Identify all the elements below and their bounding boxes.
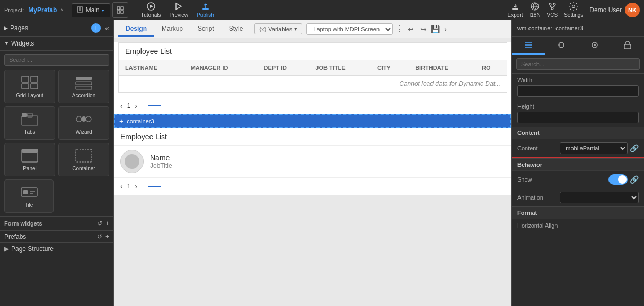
- tutorials-button[interactable]: Tutorials: [141, 2, 161, 18]
- content-section-header: Content: [512, 127, 644, 139]
- pages-arrow-icon: ▶: [4, 25, 8, 31]
- canvas-wrapper[interactable]: Employee List LASTNAME MANAGER ID DEPT I…: [114, 38, 511, 306]
- grid-view-btn[interactable]: [112, 2, 128, 18]
- avatar-inner: [125, 154, 139, 169]
- content-link-icon[interactable]: 🔗: [630, 144, 639, 152]
- main-layout: ▶ Pages + « ▼ Widgets: [0, 20, 644, 306]
- show-toggle[interactable]: [608, 174, 628, 185]
- height-input[interactable]: [517, 112, 639, 123]
- tabs-icon: [20, 111, 39, 127]
- show-toggle-wrapper: 🔗: [608, 174, 639, 185]
- show-link-icon[interactable]: 🔗: [630, 175, 639, 184]
- pagination-bottom: ‹ 1 ›: [114, 177, 511, 195]
- add-form-widget-icon[interactable]: +: [105, 220, 109, 227]
- user-avatar: NK: [625, 3, 640, 17]
- add-prefab-icon[interactable]: +: [105, 233, 109, 240]
- employee-name: Name: [150, 154, 172, 162]
- svg-point-30: [86, 116, 91, 122]
- col-deptid: DEPT ID: [257, 60, 309, 76]
- i18n-button[interactable]: I18N: [529, 2, 540, 18]
- animation-select[interactable]: [560, 192, 639, 203]
- left-sidebar: ▶ Pages + « ▼ Widgets: [0, 20, 114, 306]
- user-area[interactable]: Demo User NK: [589, 3, 640, 17]
- main-tab[interactable]: Main ●: [72, 3, 110, 17]
- svg-rect-0: [78, 6, 82, 13]
- svg-point-17: [572, 5, 575, 8]
- security-tab-button[interactable]: [611, 37, 644, 55]
- widget-wizard[interactable]: Wizard: [58, 106, 109, 140]
- refresh-prefabs-icon[interactable]: ↺: [97, 233, 102, 240]
- svg-rect-20: [22, 84, 29, 89]
- page-next-button-top[interactable]: ›: [135, 102, 137, 110]
- widget-grid-layout[interactable]: Grid Layout: [4, 70, 55, 103]
- top-center-buttons: Tutorials Preview Publish: [141, 2, 214, 18]
- undo-button[interactable]: ↩: [405, 24, 416, 34]
- page-number-top: 1: [127, 102, 131, 110]
- widgets-title: ▼ Widgets: [4, 40, 34, 47]
- style-tab-button[interactable]: [545, 37, 578, 55]
- container-icon: [74, 148, 93, 164]
- svg-rect-26: [22, 113, 27, 117]
- add-page-button[interactable]: +: [91, 23, 101, 33]
- widgets-section-header[interactable]: ▼ Widgets: [0, 37, 113, 51]
- project-name: MyPrefab: [28, 6, 57, 14]
- variables-button[interactable]: {x} Variables ▾: [254, 23, 302, 34]
- svg-rect-7: [121, 11, 123, 13]
- refresh-icon[interactable]: ↺: [97, 220, 102, 227]
- prefabs-row[interactable]: Prefabs ↺ +: [0, 230, 113, 242]
- chevron-right-icon: ›: [61, 7, 63, 13]
- events-tab-button[interactable]: [578, 37, 611, 55]
- properties-tab-button[interactable]: [512, 37, 545, 55]
- pages-section-header[interactable]: ▶ Pages + «: [0, 20, 113, 37]
- svg-rect-19: [31, 76, 38, 82]
- page-structure-label: Page Structure: [11, 245, 54, 253]
- height-label: Height: [517, 103, 639, 110]
- tab-design[interactable]: Design: [118, 22, 154, 37]
- width-label: Width: [517, 77, 639, 83]
- file-icon: [77, 6, 84, 15]
- export-button[interactable]: Export: [508, 2, 523, 18]
- page-next-button-bottom[interactable]: ›: [135, 182, 137, 191]
- svg-rect-25: [22, 116, 38, 125]
- right-search-input[interactable]: [516, 58, 640, 70]
- preview-button[interactable]: Preview: [170, 2, 189, 18]
- tab-markup[interactable]: Markup: [154, 22, 190, 37]
- width-input[interactable]: [517, 85, 639, 97]
- vcs-button[interactable]: VCS: [547, 2, 558, 18]
- right-panel-collapse-icon[interactable]: ›: [444, 25, 447, 33]
- widget-container[interactable]: Container: [58, 143, 109, 176]
- right-panel: wm-container: container3 Width: [511, 20, 644, 306]
- user-name: Demo User: [589, 6, 622, 14]
- widget-tile[interactable]: Tile: [4, 179, 54, 213]
- page-structure-row[interactable]: ▶ Page Structure: [0, 242, 113, 255]
- save-button[interactable]: 💾: [429, 24, 442, 34]
- tab-style[interactable]: Style: [222, 22, 251, 37]
- svg-rect-24: [76, 86, 92, 89]
- redo-button[interactable]: ↪: [418, 24, 429, 34]
- horizontal-align-label: Horizontal Align: [517, 222, 639, 229]
- widget-search-input[interactable]: [4, 54, 109, 66]
- page-prev-button-top[interactable]: ‹: [120, 102, 123, 110]
- grid-layout-icon: [20, 75, 39, 91]
- top-bar: Project: MyPrefab › Main ● Tutorials Pre…: [0, 0, 644, 20]
- device-select[interactable]: Laptop with MDPI Screen: [306, 23, 393, 35]
- svg-point-40: [594, 44, 596, 46]
- settings-button[interactable]: Settings: [564, 2, 583, 18]
- wm-container-label: wm-container: container3: [517, 25, 583, 31]
- container-selected-bar[interactable]: + container3: [114, 114, 511, 128]
- panel-icon: [20, 148, 39, 164]
- page-prev-button-bottom[interactable]: ‹: [120, 182, 123, 191]
- right-panel-search: [512, 55, 644, 74]
- content-select[interactable]: mobilePartial: [560, 142, 628, 154]
- tab-script[interactable]: Script: [190, 22, 222, 37]
- widget-panel[interactable]: Panel: [4, 143, 55, 176]
- svg-rect-23: [76, 82, 92, 85]
- container-add-icon: +: [119, 117, 123, 125]
- sidebar-collapse-icon[interactable]: «: [105, 24, 109, 32]
- employee-table-container: Employee List LASTNAME MANAGER ID DEPT I…: [118, 42, 507, 93]
- publish-button[interactable]: Publish: [197, 2, 214, 18]
- more-options-icon[interactable]: ⋮: [395, 24, 403, 34]
- widget-accordion[interactable]: Accordion: [58, 70, 109, 103]
- widget-tabs[interactable]: Tabs: [4, 106, 55, 140]
- svg-rect-27: [28, 113, 32, 117]
